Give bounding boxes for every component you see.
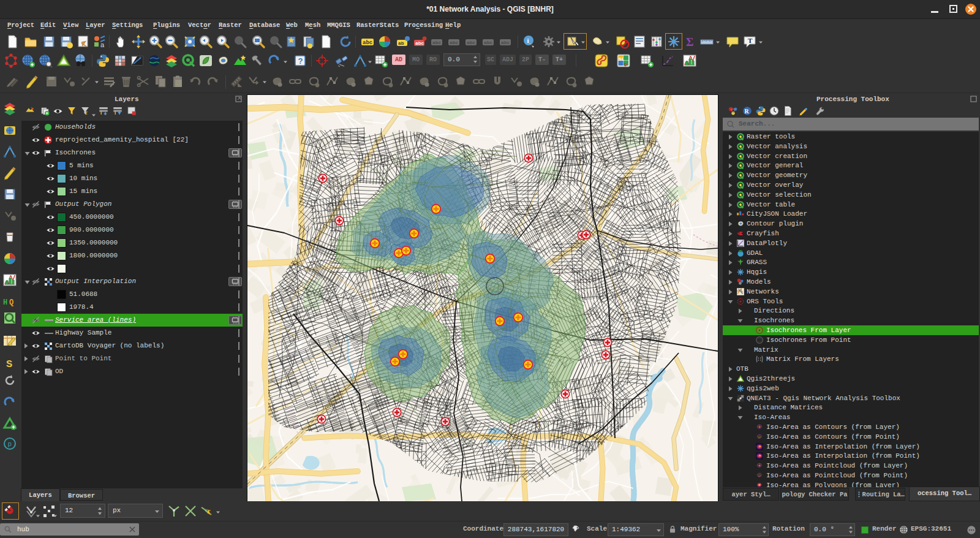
svg-text:a: a (100, 41, 105, 48)
svg-text:R: R (745, 108, 750, 115)
svg-text:T: T (748, 37, 753, 44)
svg-text:abc: abc (450, 40, 459, 45)
svg-text:abc: abc (484, 40, 493, 45)
svg-text:abc: abc (432, 40, 442, 45)
svg-text:ab: ab (398, 40, 404, 46)
svg-text:S: S (6, 358, 12, 370)
svg-text:H: H (3, 298, 7, 307)
svg-text:ε: ε (85, 109, 88, 116)
svg-text:i: i (527, 37, 529, 44)
svg-text:?: ? (298, 56, 303, 66)
svg-text:abc: abc (501, 40, 510, 45)
svg-text:abc: abc (363, 40, 372, 46)
svg-text:abc: abc (467, 40, 476, 45)
svg-text:Q: Q (9, 298, 13, 307)
svg-text:D: D (624, 62, 627, 67)
svg-text:SL: SL (619, 56, 625, 62)
svg-text:p: p (8, 441, 12, 448)
svg-text:abc: abc (415, 40, 424, 46)
svg-text:Σ: Σ (686, 36, 693, 48)
